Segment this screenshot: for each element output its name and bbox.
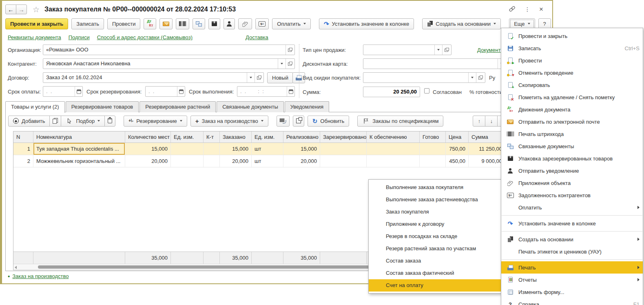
print-submenu-item[interactable]: Счет на оплату	[369, 279, 501, 292]
pick-button[interactable]: Подбор	[61, 116, 105, 127]
production-order-button[interactable]: +Заказ на производство	[190, 116, 268, 127]
column-header[interactable]: Ед. изм.	[252, 131, 283, 142]
delete-row-button[interactable]	[104, 116, 115, 127]
cell-ready[interactable]	[420, 143, 446, 155]
packaging-button[interactable]	[208, 18, 220, 29]
post-and-close-button[interactable]: Провести и закрыть	[5, 18, 68, 29]
column-header[interactable]: Количество мест	[125, 131, 171, 142]
packings-button[interactable]	[293, 116, 304, 127]
cell-qty_places[interactable]: 15,000	[125, 143, 171, 155]
dropdown-button[interactable]	[468, 73, 476, 82]
more-menu-item[interactable]: Упаковка зарезервированных товаров	[501, 152, 643, 165]
column-header[interactable]: К-т	[204, 131, 220, 142]
linked-documents-button[interactable]	[193, 18, 205, 29]
calendar-button[interactable]	[177, 87, 185, 96]
column-header[interactable]: Номенклатура	[33, 131, 125, 142]
dropdown-button[interactable]	[278, 59, 285, 69]
tab-3[interactable]: Связанные документы	[217, 101, 284, 112]
more-menu-item[interactable]: $≡ Задолженность контрагентов	[501, 189, 643, 201]
reservation-button[interactable]: +\-Резервирование	[124, 116, 187, 127]
more-menu-item[interactable]: ? Справка F1	[501, 298, 643, 305]
more-menu-item[interactable]: Отправить уведомление	[501, 165, 643, 177]
open-button[interactable]	[476, 73, 485, 82]
price-type-field[interactable]	[363, 45, 451, 55]
counterparty-debt-button[interactable]: $≡	[255, 18, 269, 29]
cell-to_supply[interactable]	[367, 155, 420, 167]
open-button[interactable]	[255, 73, 263, 82]
production-order-link[interactable]: Заказ на производство	[12, 273, 69, 279]
forward-button[interactable]: →	[16, 4, 27, 14]
cell-unit2[interactable]: шт	[252, 155, 283, 167]
column-header[interactable]: К обеспечению	[367, 131, 420, 142]
cell-sum[interactable]: 9 000,00	[469, 155, 505, 167]
payment-due-field[interactable]: . .	[43, 86, 83, 97]
print-submenu-item[interactable]: Состав заказа фактический	[369, 267, 501, 279]
send-notification-button[interactable]	[224, 18, 235, 29]
set-column-value-button[interactable]: ↷Установить значение в колонке	[319, 18, 414, 29]
discount-card-field[interactable]	[363, 58, 506, 69]
print-submenu-item[interactable]: Выполнение заказа покупателя	[369, 181, 501, 194]
more-menu-item[interactable]: Печать штрихкода	[501, 128, 643, 140]
document-link[interactable]: Способ и адрес доставки (Самовывоз)	[97, 34, 193, 42]
more-menu-item[interactable]: Связанные документы	[501, 140, 643, 152]
cell-unit1[interactable]	[171, 155, 204, 167]
table-row[interactable]: 2Можжевельник горизонтальный ...20,00020…	[13, 155, 548, 167]
refresh-button[interactable]: ↻Обновить	[308, 116, 349, 127]
more-menu-item[interactable]: Печать	[501, 261, 643, 274]
document-movements-button[interactable]: ДтКт	[144, 18, 156, 29]
print-barcode-button[interactable]	[176, 18, 189, 29]
cell-n[interactable]: 2	[13, 155, 33, 167]
open-button[interactable]	[285, 59, 294, 69]
print-submenu-item[interactable]: Выполнение заказа растениеводства	[369, 194, 501, 206]
column-header[interactable]: Заказано	[220, 131, 252, 142]
cell-kt[interactable]	[204, 155, 220, 167]
more-menu-item[interactable]: ▾ Отменить проведение	[501, 67, 643, 79]
print-submenu-item[interactable]: Резерв в посадках на складе	[369, 230, 501, 243]
print-submenu-item[interactable]: Заказ покупателя	[369, 206, 501, 218]
cell-sold[interactable]: 20,000	[283, 155, 320, 167]
new-contract-button[interactable]: Новый	[267, 72, 293, 83]
scroll-left-arrow-icon[interactable]	[15, 266, 17, 269]
cell-sold[interactable]: 15,000	[283, 143, 320, 155]
document-link[interactable]: Реквизиты документа	[8, 34, 61, 42]
column-header[interactable]: Цена	[446, 131, 469, 142]
fulfill-due-field[interactable]: . . : :	[237, 86, 295, 97]
open-button[interactable]	[285, 45, 294, 55]
dropdown-button[interactable]	[247, 73, 255, 82]
cell-kt[interactable]	[204, 143, 220, 155]
more-menu-item[interactable]: ▸ Провести	[501, 54, 643, 67]
move-down-button[interactable]: ↓	[485, 116, 498, 127]
tab-2[interactable]: Резервирование растений	[139, 101, 216, 112]
cell-ready[interactable]	[420, 155, 446, 167]
scan-barcode-button[interactable]	[277, 116, 290, 127]
cell-price[interactable]: 750,00	[446, 143, 469, 155]
cell-name[interactable]: Можжевельник горизонтальный ...	[33, 155, 125, 167]
send-email-button[interactable]	[159, 18, 173, 29]
column-header[interactable]: Зарезервировано	[320, 131, 367, 142]
move-up-button[interactable]: ↑	[473, 116, 485, 127]
more-menu-item[interactable]: Печать этикеток и ценников (УАУ)	[501, 245, 643, 258]
cell-to_supply[interactable]	[367, 143, 420, 155]
document-link[interactable]: Доставка	[246, 34, 268, 42]
close-icon[interactable]: ×	[539, 5, 543, 13]
cell-reserved[interactable]	[320, 143, 367, 155]
cell-unit2[interactable]: шт	[252, 143, 283, 155]
discount-kind-field[interactable]	[363, 72, 485, 83]
tab-1[interactable]: Резервирование товаров	[66, 101, 139, 112]
tab-4[interactable]: Уведомления	[285, 101, 329, 112]
pay-button[interactable]: Оплатить	[272, 18, 311, 29]
more-menu-item[interactable]: Отправить по электронной почте	[501, 116, 643, 128]
price-document-link[interactable]: Документ	[477, 47, 501, 53]
cell-reserved[interactable]	[320, 155, 367, 167]
print-submenu-item[interactable]: Резерв растений заказа по участкам	[369, 243, 501, 255]
document-link[interactable]: Подписи	[69, 34, 90, 42]
column-header[interactable]: Реализовано	[283, 131, 320, 142]
calendar-button[interactable]	[287, 87, 294, 96]
total-field[interactable]: 20 250,00	[363, 87, 420, 97]
more-menu-item[interactable]: ✕ Пометить на удаление / Снять пометку	[501, 91, 643, 103]
column-header[interactable]: Ед. изм.	[171, 131, 204, 142]
dropdown-button[interactable]	[434, 45, 442, 55]
tab-0[interactable]: Товары и услуги (2)	[5, 101, 65, 113]
organization-field[interactable]: «Ромашка» ООО	[43, 45, 295, 55]
orders-by-spec-button[interactable]: Заказы по спецификациям	[357, 116, 443, 127]
